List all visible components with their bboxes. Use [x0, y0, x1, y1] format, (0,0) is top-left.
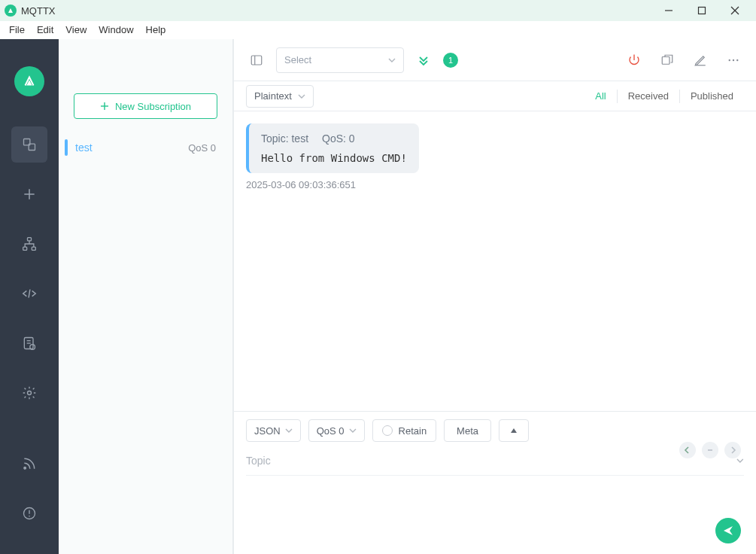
message-topic: test	[291, 132, 308, 145]
message-qos: 0	[349, 132, 355, 145]
history-mid-button[interactable]	[702, 442, 718, 458]
window-close-button[interactable]	[718, 0, 751, 21]
history-next-button[interactable]	[724, 442, 741, 458]
svg-rect-11	[32, 247, 35, 250]
menu-help[interactable]: Help	[140, 23, 172, 37]
menu-edit[interactable]: Edit	[31, 23, 59, 37]
rail-scripts-button[interactable]	[11, 275, 47, 312]
app-logo	[14, 66, 44, 96]
history-pager	[679, 442, 741, 458]
rail-info-button[interactable]	[11, 495, 47, 531]
chevron-down-icon	[285, 427, 293, 434]
connection-select[interactable]: Select	[276, 47, 404, 73]
messages-list: Topic: test QoS: 0 Hello from Windows CM…	[234, 111, 756, 411]
rail-settings-button[interactable]	[11, 375, 47, 411]
rail-new-button[interactable]	[11, 176, 47, 212]
svg-rect-2	[699, 8, 706, 14]
more-button[interactable]	[723, 50, 744, 71]
svg-point-31	[736, 59, 738, 60]
retain-radio-icon	[382, 425, 393, 436]
publish-qos-select[interactable]: QoS 0	[308, 419, 365, 442]
publish-panel: JSON QoS 0 Retain Meta	[234, 411, 756, 554]
subscription-name: test	[75, 142, 188, 154]
plus-icon	[100, 102, 109, 111]
svg-line-12	[29, 290, 30, 298]
menu-view[interactable]: View	[59, 23, 93, 37]
rail-feed-button[interactable]	[11, 446, 47, 482]
windows-button[interactable]	[657, 50, 678, 71]
connection-toolbar: Select 1	[234, 39, 756, 81]
history-prev-button[interactable]	[679, 442, 696, 458]
chevron-down-icon	[298, 93, 305, 100]
svg-point-30	[733, 59, 734, 60]
rail-connections-button[interactable]	[11, 126, 47, 163]
tab-received[interactable]: Received	[617, 90, 679, 103]
meta-button[interactable]: Meta	[444, 419, 491, 442]
svg-point-21	[29, 516, 30, 517]
svg-point-18	[24, 467, 26, 470]
expand-all-button[interactable]	[413, 50, 434, 71]
app-icon	[5, 5, 17, 17]
tab-published[interactable]: Published	[679, 90, 744, 103]
window-minimize-button[interactable]	[652, 0, 685, 21]
payload-format-select[interactable]: Plaintext	[246, 85, 314, 108]
content-area: Select 1	[233, 39, 756, 554]
send-icon	[722, 525, 734, 537]
svg-marker-32	[511, 428, 517, 433]
message-card[interactable]: Topic: test QoS: 0 Hello from Windows CM…	[246, 123, 419, 173]
edit-button[interactable]	[690, 50, 711, 71]
left-rail	[0, 39, 59, 554]
caret-up-icon	[510, 427, 518, 434]
tab-all[interactable]: All	[584, 90, 616, 103]
svg-point-17	[28, 391, 32, 395]
filter-bar: Plaintext All Received Published	[234, 81, 756, 111]
rail-log-button[interactable]	[11, 325, 47, 361]
window-titlebar: MQTTX	[0, 0, 756, 21]
subscription-item[interactable]: test QoS 0	[65, 134, 223, 161]
payload-editor[interactable]	[246, 476, 744, 543]
svg-rect-27	[662, 56, 669, 64]
message-meta: Topic: test QoS: 0	[261, 132, 407, 145]
send-button[interactable]	[715, 518, 741, 543]
topic-input[interactable]	[246, 451, 730, 470]
publish-format-select[interactable]: JSON	[246, 419, 301, 442]
rail-tree-button[interactable]	[11, 226, 47, 262]
menu-file[interactable]: File	[3, 23, 31, 37]
menu-window[interactable]: Window	[93, 23, 139, 37]
new-subscription-button[interactable]: New Subscription	[74, 93, 217, 119]
message-count-badge: 1	[443, 53, 458, 68]
chevron-down-icon	[349, 427, 357, 434]
message-body: Hello from Windows CMD!	[261, 152, 407, 164]
svg-rect-24	[251, 56, 262, 65]
svg-rect-9	[28, 238, 32, 241]
expand-publish-button[interactable]	[499, 419, 529, 442]
chevron-down-icon	[388, 56, 396, 64]
svg-point-29	[729, 59, 730, 60]
menu-bar: File Edit View Window Help	[0, 21, 756, 39]
subscriptions-panel: New Subscription test QoS 0	[59, 39, 233, 554]
subscription-color-bar	[65, 139, 68, 156]
svg-rect-10	[23, 247, 27, 250]
window-title: MQTTX	[21, 5, 56, 17]
disconnect-button[interactable]	[624, 50, 645, 71]
window-maximize-button[interactable]	[685, 0, 718, 21]
new-subscription-label: New Subscription	[115, 101, 191, 112]
toggle-panel-button[interactable]	[246, 50, 267, 71]
retain-toggle[interactable]: Retain	[372, 419, 437, 442]
connection-select-placeholder: Select	[284, 54, 311, 65]
subscription-qos: QoS 0	[188, 142, 216, 154]
message-timestamp: 2025-03-06 09:03:36:651	[246, 179, 744, 190]
